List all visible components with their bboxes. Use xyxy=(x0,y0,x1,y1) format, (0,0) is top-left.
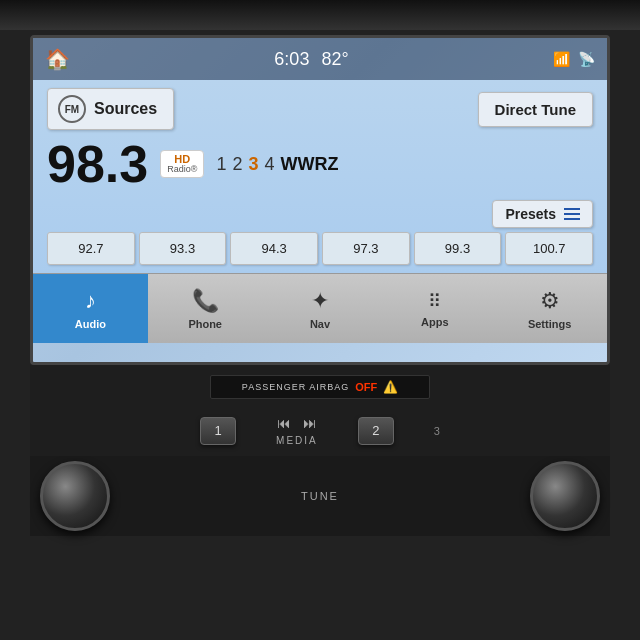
audio-label: Audio xyxy=(75,318,106,330)
knobs-area: TUNE xyxy=(30,456,610,536)
media-area: ⏮ ⏭ MEDIA xyxy=(276,415,318,446)
temperature-display: 82° xyxy=(321,49,348,70)
channel-info: 1 2 3 4 WWRZ xyxy=(216,154,338,175)
tune-label: TUNE xyxy=(301,490,339,502)
preset-3[interactable]: 94.3 xyxy=(230,232,318,265)
airbag-area: PASSENGER AIRBAG OFF ⚠️ xyxy=(50,375,590,409)
nav-audio[interactable]: ♪ Audio xyxy=(33,274,148,343)
channel-1: 1 xyxy=(216,154,226,175)
fm-badge: FM xyxy=(58,95,86,123)
top-row: FM Sources Direct Tune xyxy=(47,88,593,130)
control-buttons: 1 ⏮ ⏭ MEDIA 2 3 xyxy=(50,415,590,446)
num-button-1[interactable]: 1 xyxy=(200,417,236,445)
frequency-row: 98.3 HD Radio® 1 2 3 4 WWRZ xyxy=(47,138,593,190)
hd-badge: HD Radio® xyxy=(160,150,204,178)
settings-icon: ⚙ xyxy=(540,288,560,314)
airbag-status: OFF xyxy=(355,381,377,393)
nav-bar: ♪ Audio 📞 Phone ✦ Nav ⠿ Apps ⚙ Settings xyxy=(33,273,607,343)
top-bezel xyxy=(0,0,640,30)
num-3-label: 3 xyxy=(434,425,440,437)
media-arrows: ⏮ ⏭ xyxy=(277,415,317,431)
left-knob[interactable] xyxy=(40,461,110,531)
audio-icon: ♪ xyxy=(85,288,96,314)
settings-label: Settings xyxy=(528,318,571,330)
car-controls: PASSENGER AIRBAG OFF ⚠️ 1 ⏮ ⏭ MEDIA 2 3 xyxy=(30,365,610,456)
header-right: 📶 📡 xyxy=(553,51,595,67)
airbag-icon: ⚠️ xyxy=(383,380,398,394)
preset-6[interactable]: 100.7 xyxy=(505,232,593,265)
nav-nav[interactable]: ✦ Nav xyxy=(263,274,378,343)
phone-icon: 📞 xyxy=(192,288,219,314)
preset-5[interactable]: 99.3 xyxy=(414,232,502,265)
right-knob[interactable] xyxy=(530,461,600,531)
channel-3-active: 3 xyxy=(248,154,258,175)
screen-header: 🏠 6:03 82° 📶 📡 xyxy=(33,38,607,80)
channel-4: 4 xyxy=(264,154,274,175)
num-buttons: 1 ⏮ ⏭ MEDIA 2 3 xyxy=(200,415,440,446)
nav-apps[interactable]: ⠿ Apps xyxy=(377,274,492,343)
main-screen: 🏠 6:03 82° 📶 📡 FM Sources Direct Tune xyxy=(30,35,610,365)
apps-label: Apps xyxy=(421,316,449,328)
radio-label: Radio® xyxy=(167,165,197,175)
preset-line-2 xyxy=(564,213,580,215)
fm-label: FM xyxy=(65,104,79,115)
car-body: 🏠 6:03 82° 📶 📡 FM Sources Direct Tune xyxy=(0,0,640,640)
header-center: 6:03 82° xyxy=(274,49,348,70)
nav-icon: ✦ xyxy=(311,288,329,314)
airbag-text: PASSENGER AIRBAG xyxy=(242,382,349,392)
media-label: MEDIA xyxy=(276,435,318,446)
preset-1[interactable]: 92.7 xyxy=(47,232,135,265)
phone-label: Phone xyxy=(188,318,222,330)
nav-label: Nav xyxy=(310,318,330,330)
preset-2[interactable]: 93.3 xyxy=(139,232,227,265)
channel-2: 2 xyxy=(232,154,242,175)
presets-label: Presets xyxy=(505,206,556,222)
tune-label-area: TUNE xyxy=(301,461,339,531)
signal-icon: 📡 xyxy=(578,51,595,67)
apps-icon: ⠿ xyxy=(428,290,441,312)
sources-button[interactable]: FM Sources xyxy=(47,88,174,130)
preset-line-1 xyxy=(564,208,580,210)
presets-icon xyxy=(564,208,580,220)
sources-label: Sources xyxy=(94,100,157,118)
prev-track-icon[interactable]: ⏮ xyxy=(277,415,291,431)
clock-display: 6:03 xyxy=(274,49,309,70)
preset-stations: 92.7 93.3 94.3 97.3 99.3 100.7 xyxy=(47,232,593,265)
screen-content: FM Sources Direct Tune 98.3 HD Radio® 1 … xyxy=(33,80,607,273)
frequency-display: 98.3 xyxy=(47,138,148,190)
nav-settings[interactable]: ⚙ Settings xyxy=(492,274,607,343)
station-name: WWRZ xyxy=(280,154,338,175)
next-track-icon[interactable]: ⏭ xyxy=(303,415,317,431)
wifi-icon: 📶 xyxy=(553,51,570,67)
nav-phone[interactable]: 📞 Phone xyxy=(148,274,263,343)
airbag-display: PASSENGER AIRBAG OFF ⚠️ xyxy=(210,375,430,399)
preset-4[interactable]: 97.3 xyxy=(322,232,410,265)
num-button-2[interactable]: 2 xyxy=(358,417,394,445)
home-icon[interactable]: 🏠 xyxy=(45,47,70,71)
presets-button[interactable]: Presets xyxy=(492,200,593,228)
direct-tune-button[interactable]: Direct Tune xyxy=(478,92,593,127)
presets-row: Presets xyxy=(47,200,593,228)
preset-line-3 xyxy=(564,218,580,220)
